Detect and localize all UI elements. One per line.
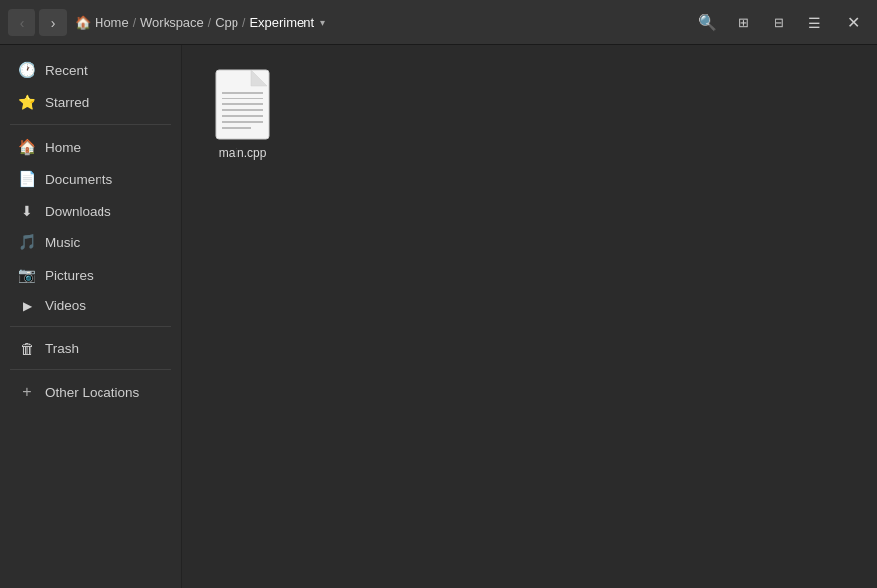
main-area: 🕐 Recent ⭐ Starred 🏠 Home 📄 Documents ⬇ … [0, 45, 877, 588]
file-svg-icon [214, 69, 271, 140]
file-item-main-cpp[interactable]: main.cpp [198, 61, 287, 167]
forward-button[interactable]: › [39, 9, 67, 36]
file-name-main-cpp: main.cpp [219, 146, 267, 160]
sidebar-item-home-label: Home [45, 140, 81, 155]
search-icon: 🔍 [698, 13, 717, 32]
view-icon: ⊞ [738, 15, 749, 30]
breadcrumb-workspace-label: Workspace [140, 15, 204, 30]
file-area: main.cpp [182, 45, 877, 588]
breadcrumb-experiment[interactable]: Experiment ▾ [249, 15, 325, 30]
sidebar-item-music[interactable]: 🎵 Music [4, 227, 177, 258]
sidebar-item-music-label: Music [45, 235, 80, 250]
sidebar-item-home[interactable]: 🏠 Home [4, 131, 177, 163]
sidebar-divider-3 [10, 369, 171, 370]
downloads-icon: ⬇ [18, 203, 35, 219]
file-icon-main-cpp [214, 69, 271, 140]
sidebar-divider-2 [10, 326, 171, 327]
documents-icon: 📄 [18, 170, 35, 188]
nav-buttons: ‹ › [8, 9, 67, 36]
list-view-icon: ⊟ [774, 15, 784, 30]
sidebar-item-documents[interactable]: 📄 Documents [4, 163, 177, 195]
toolbar-right: 🔍 ⊞ ⊟ ☰ ✕ [692, 7, 869, 38]
sidebar-item-starred-label: Starred [45, 96, 89, 110]
sidebar-item-documents-label: Documents [45, 172, 112, 187]
search-button[interactable]: 🔍 [692, 7, 723, 38]
sidebar: 🕐 Recent ⭐ Starred 🏠 Home 📄 Documents ⬇ … [0, 45, 182, 588]
sidebar-item-other-locations[interactable]: + Other Locations [4, 376, 177, 408]
file-grid: main.cpp [198, 61, 861, 167]
menu-button[interactable]: ☰ [798, 7, 830, 38]
view-toggle-button[interactable]: ⊞ [727, 7, 759, 38]
sidebar-item-downloads-label: Downloads [45, 204, 111, 219]
view-list-button[interactable]: ⊟ [763, 7, 794, 38]
back-button[interactable]: ‹ [8, 9, 35, 36]
sidebar-item-recent[interactable]: 🕐 Recent [4, 54, 177, 86]
breadcrumb-sep-1: / [133, 16, 136, 30]
breadcrumb-workspace[interactable]: Workspace [140, 15, 204, 30]
sidebar-item-other-locations-label: Other Locations [45, 385, 139, 400]
close-button[interactable]: ✕ [838, 7, 869, 38]
other-locations-icon: + [18, 383, 35, 401]
sidebar-item-videos[interactable]: ▶ Videos [4, 292, 177, 320]
sidebar-item-recent-label: Recent [45, 63, 88, 78]
sidebar-item-downloads[interactable]: ⬇ Downloads [4, 196, 177, 226]
home-sidebar-icon: 🏠 [18, 138, 35, 156]
close-icon: ✕ [847, 13, 860, 32]
pictures-icon: 📷 [18, 266, 35, 284]
sidebar-item-videos-label: Videos [45, 298, 86, 313]
breadcrumb-cpp-label: Cpp [215, 15, 238, 30]
sidebar-item-starred[interactable]: ⭐ Starred [4, 87, 177, 118]
breadcrumb-cpp[interactable]: Cpp [215, 15, 238, 30]
sidebar-item-trash-label: Trash [45, 341, 79, 356]
menu-icon: ☰ [808, 15, 821, 31]
breadcrumb-home-label: Home [95, 15, 129, 30]
breadcrumb-sep-2: / [208, 16, 211, 30]
trash-icon: 🗑 [18, 340, 35, 357]
breadcrumb-sep-3: / [242, 16, 245, 30]
breadcrumb-experiment-label: Experiment [249, 15, 314, 30]
sidebar-divider-1 [10, 124, 171, 125]
breadcrumb-dropdown-arrow: ▾ [320, 17, 325, 28]
videos-icon: ▶ [18, 299, 35, 313]
breadcrumb-home[interactable]: 🏠 Home [75, 15, 129, 30]
music-icon: 🎵 [18, 233, 35, 251]
sidebar-item-trash[interactable]: 🗑 Trash [4, 333, 177, 363]
starred-icon: ⭐ [18, 94, 35, 111]
recent-icon: 🕐 [18, 61, 35, 79]
sidebar-item-pictures-label: Pictures [45, 268, 94, 283]
titlebar: ‹ › 🏠 Home / Workspace / Cpp / Experimen… [0, 0, 877, 45]
sidebar-item-pictures[interactable]: 📷 Pictures [4, 259, 177, 291]
breadcrumb: 🏠 Home / Workspace / Cpp / Experiment ▾ [75, 15, 692, 30]
home-icon: 🏠 [75, 15, 91, 30]
